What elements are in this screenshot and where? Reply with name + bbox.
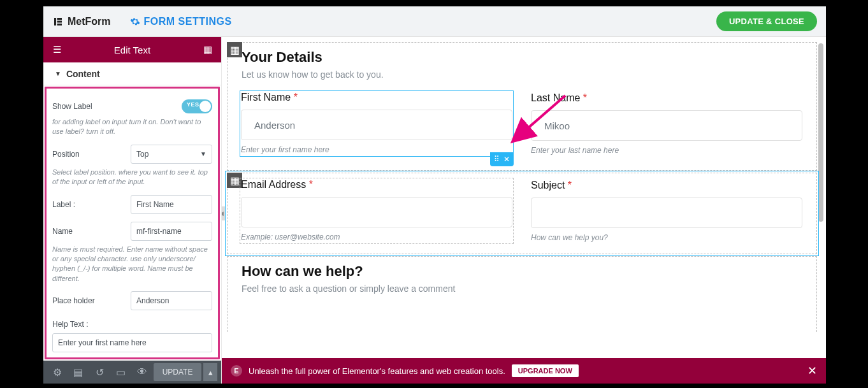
- your-details-title: Your Details: [242, 49, 802, 66]
- subject-input[interactable]: [531, 198, 802, 228]
- name-field-label: Name: [52, 227, 73, 236]
- section-email-subject[interactable]: ▦ ◀ Email Address * Example: user@websit…: [227, 173, 817, 254]
- subject-help: How can we help you?: [531, 233, 802, 242]
- hamburger-icon[interactable]: ☰: [50, 44, 64, 55]
- elementor-badge-icon: E: [231, 365, 242, 377]
- metform-editor-modal: MetForm FORM SETTINGS UPDATE & CLOSE ☰ E…: [43, 6, 826, 384]
- subject-label: Subject *: [531, 180, 802, 191]
- promo-bar: E Unleash the full power of Elementor's …: [222, 358, 826, 384]
- section-handle-icon[interactable]: ▦: [227, 42, 242, 57]
- section-your-details[interactable]: ▦ Your Details Let us know how to get ba…: [227, 42, 817, 171]
- form-settings-label: FORM SETTINGS: [144, 16, 232, 27]
- scrollbar[interactable]: [818, 43, 823, 222]
- required-asterisk: *: [568, 180, 572, 190]
- widget-edit-popover[interactable]: ⠿ ✕: [490, 152, 514, 166]
- name-help: Name is must required. Enter name withou…: [52, 245, 212, 284]
- email-widget[interactable]: Email Address * Example: user@website.co…: [240, 178, 513, 243]
- upgrade-now-button[interactable]: UPGRADE NOW: [512, 364, 579, 377]
- footer-update-button[interactable]: UPDATE: [154, 363, 202, 381]
- navigator-icon[interactable]: ▤: [68, 363, 88, 381]
- show-label-help: for adding label on input turn it on. Do…: [52, 117, 212, 137]
- position-label: Position: [52, 150, 80, 159]
- first-name-label: First Name *: [241, 92, 512, 103]
- label-field-label: Label :: [52, 200, 75, 209]
- first-name-input[interactable]: [241, 110, 512, 140]
- position-select[interactable]: Top ▼: [131, 145, 212, 164]
- position-value: Top: [136, 150, 148, 159]
- sidebar-head: ☰ Edit Text ▦: [43, 37, 221, 62]
- first-name-widget[interactable]: First Name * Enter your first name here …: [240, 91, 513, 156]
- promo-text: Unleash the full power of Elementor's fe…: [249, 366, 505, 376]
- toggle-knob: [199, 101, 211, 112]
- sidebar-footer: ⚙ ▤ ↺ ▭ 👁 UPDATE ▴: [43, 361, 221, 384]
- form-settings-button[interactable]: FORM SETTINGS: [130, 16, 232, 27]
- promo-close-icon[interactable]: ✕: [807, 364, 817, 378]
- placeholder-field-label: Place holder: [52, 296, 95, 305]
- last-name-help: Enter your last name here: [531, 146, 802, 155]
- close-icon[interactable]: ✕: [503, 155, 510, 164]
- brand: MetForm: [52, 16, 111, 27]
- content-panel: Show Label YES for adding label on input…: [43, 85, 221, 361]
- elementor-logo-icon: [52, 16, 64, 27]
- how-help-subtitle: Feel free to ask a question or simply le…: [242, 284, 802, 294]
- label-input[interactable]: [131, 195, 212, 214]
- subject-widget[interactable]: Subject * How can we help you?: [531, 180, 802, 242]
- required-asterisk: *: [309, 179, 313, 190]
- widgets-grid-icon[interactable]: ▦: [201, 44, 215, 55]
- preview-icon[interactable]: 👁: [132, 363, 152, 381]
- show-label-toggle[interactable]: YES: [182, 99, 212, 113]
- email-label: Email Address *: [241, 179, 512, 190]
- your-details-subtitle: Let us know how to get back to you.: [242, 69, 802, 80]
- last-name-input[interactable]: [531, 110, 802, 141]
- accordion-content[interactable]: ▼ Content: [43, 62, 221, 85]
- drag-icon[interactable]: ⠿: [494, 155, 500, 164]
- toggle-yes-label: YES: [187, 101, 199, 108]
- last-name-label: Last Name *: [531, 92, 802, 104]
- brand-label: MetForm: [68, 16, 111, 27]
- responsive-icon[interactable]: ▭: [111, 363, 131, 381]
- first-name-help: Enter your first name here: [241, 145, 512, 154]
- name-input[interactable]: [131, 222, 212, 241]
- sidebar: ☰ Edit Text ▦ ▼ Content Show Label YES f…: [43, 37, 222, 384]
- helptext-field-label: Help Text :: [52, 320, 88, 329]
- footer-update-split[interactable]: ▴: [203, 363, 217, 381]
- required-asterisk: *: [583, 92, 587, 103]
- helptext-input[interactable]: [52, 333, 212, 352]
- required-asterisk: *: [294, 92, 298, 103]
- canvas: ▦ Your Details Let us know how to get ba…: [222, 37, 826, 384]
- collapse-arrow-icon[interactable]: ◀: [222, 206, 225, 220]
- how-help-title: How can we help?: [242, 263, 802, 280]
- accordion-label: Content: [66, 69, 100, 79]
- caret-down-icon: ▼: [55, 70, 61, 77]
- position-help: Select label position. where you want to…: [52, 168, 212, 187]
- show-label-label: Show Label: [52, 102, 92, 111]
- email-help: Example: user@website.com: [241, 233, 512, 241]
- top-bar: MetForm FORM SETTINGS UPDATE & CLOSE: [43, 6, 826, 37]
- email-input[interactable]: [241, 197, 512, 227]
- placeholder-input[interactable]: [131, 291, 212, 310]
- update-close-button[interactable]: UPDATE & CLOSE: [716, 11, 817, 31]
- history-icon[interactable]: ↺: [90, 363, 110, 381]
- sidebar-title: Edit Text: [64, 45, 201, 55]
- section-how-help[interactable]: How can we help? Feel free to ask a ques…: [227, 256, 817, 332]
- last-name-widget[interactable]: Last Name * Enter your last name here: [531, 92, 802, 155]
- chevron-down-icon: ▼: [200, 150, 206, 157]
- settings-icon[interactable]: ⚙: [47, 363, 67, 381]
- gear-icon: [130, 17, 140, 27]
